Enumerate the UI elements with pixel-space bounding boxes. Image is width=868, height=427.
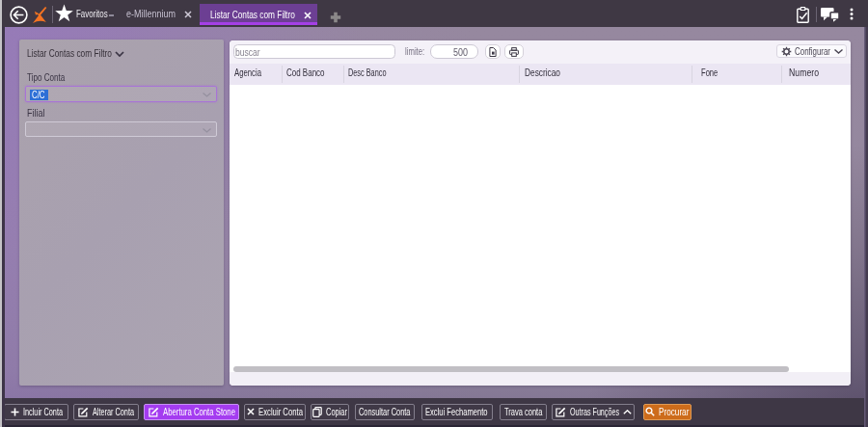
svg-text:Favoritos: Favoritos: [76, 8, 108, 19]
svg-text:Filial: Filial: [27, 107, 44, 119]
svg-text:Tipo Conta: Tipo Conta: [27, 71, 65, 83]
svg-text:Cod Banco: Cod Banco: [286, 67, 325, 78]
svg-text:Descricao: Descricao: [525, 67, 560, 78]
svg-text:Consultar Conta: Consultar Conta: [359, 406, 411, 417]
svg-text:500: 500: [453, 46, 468, 58]
svg-text:Listar Contas com Filtro: Listar Contas com Filtro: [210, 9, 295, 20]
svg-text:Excluir Conta: Excluir Conta: [258, 406, 303, 417]
svg-text:Outras Funções: Outras Funções: [570, 406, 619, 417]
svg-text:Desc Banco: Desc Banco: [348, 67, 387, 78]
svg-text:Copiar: Copiar: [326, 406, 347, 417]
svg-text:C/C: C/C: [32, 89, 45, 100]
svg-text:Procurar: Procurar: [659, 406, 690, 417]
svg-text:buscar: buscar: [235, 46, 260, 58]
svg-text:Configurar: Configurar: [795, 45, 830, 57]
svg-text:Exclui Fechamento: Exclui Fechamento: [425, 406, 488, 417]
svg-text:Fone: Fone: [701, 67, 718, 78]
svg-text:e-Millennium: e-Millennium: [126, 8, 176, 19]
svg-text:limite:: limite:: [405, 45, 424, 57]
svg-text:Alterar Conta: Alterar Conta: [93, 406, 134, 417]
svg-text:Agencia: Agencia: [234, 67, 261, 78]
svg-text:Numero: Numero: [789, 67, 819, 78]
svg-text:Trava conta: Trava conta: [504, 406, 542, 417]
svg-text:Listar Contas com Filtro: Listar Contas com Filtro: [27, 47, 112, 59]
svg-text:Abertura Conta Stone: Abertura Conta Stone: [163, 406, 235, 417]
svg-text:Incluir Conta: Incluir Conta: [23, 406, 63, 417]
